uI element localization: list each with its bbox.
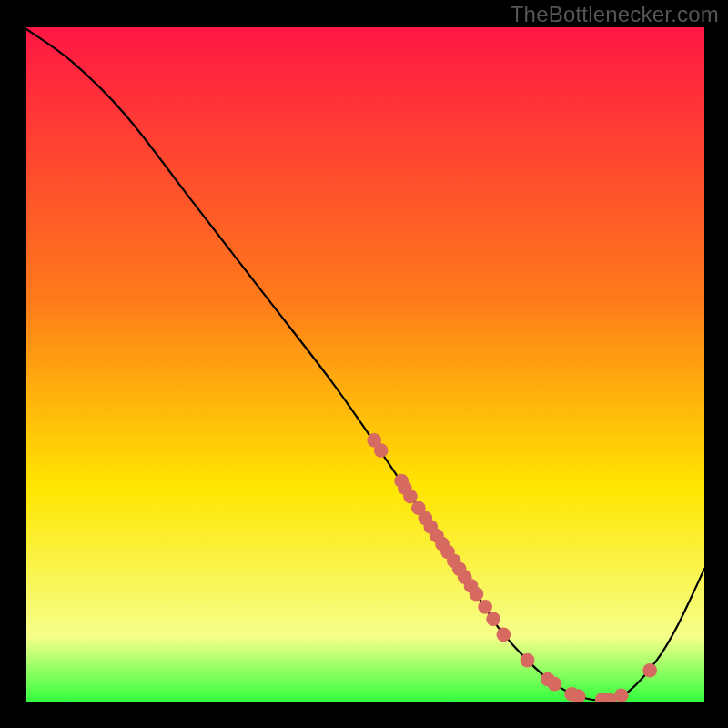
chart-plot-area xyxy=(24,27,704,704)
chart-dot xyxy=(521,653,535,668)
watermark-text: TheBottlenecker.com xyxy=(511,2,719,27)
chart-dot xyxy=(642,663,657,678)
chart-dot xyxy=(548,677,562,692)
chart-dot xyxy=(571,689,586,703)
chart-curve-layer xyxy=(24,27,704,704)
chart-dot xyxy=(403,490,418,504)
chart-dots-group xyxy=(367,433,657,704)
chart-dot xyxy=(614,689,629,703)
chart-dot xyxy=(374,443,389,458)
page-root: TheBottlenecker.com xyxy=(0,0,728,728)
chart-dot xyxy=(486,612,500,626)
chart-dot xyxy=(478,600,492,614)
chart-curve xyxy=(24,27,704,700)
chart-dot xyxy=(470,587,484,602)
chart-dot xyxy=(496,628,511,642)
